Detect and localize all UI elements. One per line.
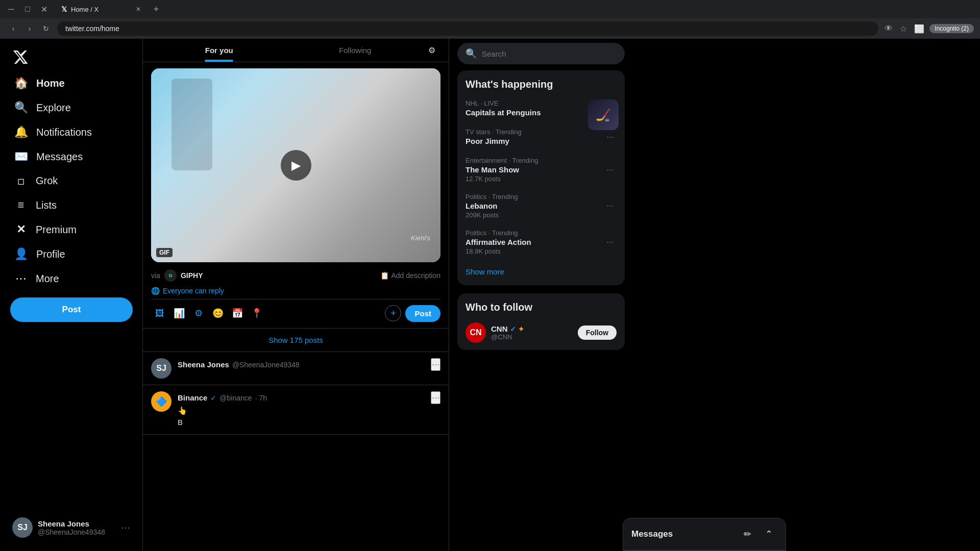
sidebar-item-profile[interactable]: 👤 Profile bbox=[6, 242, 136, 266]
user-more-icon[interactable]: ⋯ bbox=[121, 522, 130, 533]
maximize-button[interactable]: □ bbox=[20, 2, 35, 16]
reply-setting[interactable]: 🌐 Everyone can reply bbox=[151, 285, 440, 299]
main-nav: 🏠 Home 🔍 Explore 🔔 Notifications ✉️ Mess… bbox=[6, 71, 136, 291]
tweet-2-more-button[interactable]: ··· bbox=[431, 391, 440, 404]
schedule-button[interactable]: 📅 bbox=[229, 305, 246, 322]
emoji-button[interactable]: 😊 bbox=[209, 305, 227, 322]
add-description-button[interactable]: 📋 Add description bbox=[380, 271, 440, 280]
tab-following[interactable]: Following bbox=[287, 39, 424, 62]
trending-nhl-category: NHL · LIVE bbox=[465, 99, 582, 107]
main-feed: For you Following ⚙ ▶ Kiehl's GIF bbox=[143, 39, 449, 551]
extension-icon[interactable]: ⬜ bbox=[912, 22, 926, 36]
nav-buttons: ‹ › ↻ bbox=[6, 21, 53, 36]
tweet-2-body: Binance ✓ @binance · 7h ··· 👆B bbox=[178, 391, 440, 428]
play-button[interactable]: ▶ bbox=[281, 150, 311, 181]
post-submit-button[interactable]: Post bbox=[405, 305, 440, 322]
gif-video[interactable]: ▶ Kiehl's GIF bbox=[151, 68, 440, 262]
trending-ms-posts: 12.7K posts bbox=[465, 175, 599, 183]
active-tab[interactable]: 𝕏 Home / X ✕ bbox=[55, 1, 147, 17]
sidebar-item-more[interactable]: ⋯ More bbox=[6, 267, 136, 290]
trending-item-lebanon[interactable]: Politics · Trending Lebanon 209K posts ·… bbox=[457, 188, 625, 224]
feed-settings-button[interactable]: ⚙ bbox=[423, 40, 440, 60]
user-handle: @SheenaJone49348 bbox=[38, 528, 116, 536]
cnn-info: CNN ✓ ✦ @CNN bbox=[491, 324, 573, 341]
grok-icon: ◻ bbox=[14, 174, 28, 187]
back-button[interactable]: ‹ bbox=[6, 21, 20, 36]
tweet-2-handle: @binance bbox=[219, 394, 252, 402]
gif-button[interactable]: 📊 bbox=[170, 305, 188, 322]
user-profile-row[interactable]: SJ Sheena Jones @SheenaJone49348 ⋯ bbox=[6, 512, 136, 543]
tweet-2-header: Binance ✓ @binance · 7h ··· bbox=[178, 391, 440, 404]
tweet-2-verified-icon: ✓ bbox=[210, 394, 216, 402]
home-icon: 🏠 bbox=[14, 77, 28, 90]
who-to-follow-section: Who to follow CN CNN ✓ ✦ @CNN Follow bbox=[457, 293, 625, 350]
app-container: 🏠 Home 🔍 Explore 🔔 Notifications ✉️ Mess… bbox=[0, 39, 980, 551]
trending-aa-category: Politics · Trending bbox=[465, 229, 599, 237]
eye-off-icon[interactable]: 👁 bbox=[883, 22, 895, 35]
poll-button[interactable]: ⚙ bbox=[190, 305, 207, 322]
search-input[interactable] bbox=[482, 49, 617, 58]
star-icon[interactable]: ☆ bbox=[898, 22, 909, 36]
sidebar-item-premium[interactable]: ✕ Premium bbox=[6, 218, 136, 241]
trending-item-nhl[interactable]: NHL · LIVE Capitals at Penguins 🏒 bbox=[457, 94, 625, 123]
sidebar-item-explore[interactable]: 🔍 Explore bbox=[6, 96, 136, 119]
follow-item-cnn[interactable]: CN CNN ✓ ✦ @CNN Follow bbox=[457, 317, 625, 348]
tab-for-you[interactable]: For you bbox=[151, 39, 287, 62]
premium-icon: ✕ bbox=[14, 223, 28, 236]
search-icon: 🔍 bbox=[465, 48, 477, 59]
messages-panel-header: Messages ✏ ⌃ bbox=[623, 518, 786, 550]
location-button[interactable]: 📍 bbox=[248, 305, 265, 322]
refresh-button[interactable]: ↻ bbox=[39, 21, 53, 36]
home-label: Home bbox=[36, 78, 65, 89]
sidebar-item-home[interactable]: 🏠 Home bbox=[6, 71, 136, 95]
messages-panel-title: Messages bbox=[631, 529, 739, 539]
messages-collapse-button[interactable]: ⌃ bbox=[760, 525, 777, 543]
close-button[interactable]: ✕ bbox=[37, 2, 51, 16]
incognito-badge[interactable]: Incognito (2) bbox=[929, 24, 974, 33]
tab-close-button[interactable]: ✕ bbox=[136, 6, 141, 13]
trending-lb-category: Politics · Trending bbox=[465, 193, 599, 201]
sidebar-logo[interactable] bbox=[6, 43, 136, 69]
trending-item-poor-jimmy[interactable]: TV stars · Trending Poor Jimmy ··· bbox=[457, 123, 625, 152]
tweet-1-body: Sheena Jones @SheenaJone49348 ··· bbox=[178, 358, 440, 379]
search-input-wrap[interactable]: 🔍 bbox=[457, 43, 625, 64]
sidebar-item-lists[interactable]: ≡ Lists bbox=[6, 193, 136, 217]
trending-lb-more-button[interactable]: ··· bbox=[601, 197, 619, 215]
messages-compose-button[interactable]: ✏ bbox=[739, 525, 756, 543]
window-controls[interactable]: ─ □ ✕ bbox=[4, 2, 51, 16]
gif-container: ▶ Kiehl's GIF bbox=[151, 68, 440, 262]
explore-label: Explore bbox=[36, 102, 71, 114]
image-upload-button[interactable]: 🖼 bbox=[151, 305, 168, 322]
tweet-1[interactable]: SJ Sheena Jones @SheenaJone49348 ··· bbox=[143, 352, 449, 385]
tweet-2-text: 👆B bbox=[178, 405, 440, 428]
premium-label: Premium bbox=[36, 224, 77, 236]
sidebar: 🏠 Home 🔍 Explore 🔔 Notifications ✉️ Mess… bbox=[0, 39, 143, 551]
cnn-avatar: CN bbox=[465, 322, 486, 343]
trending-item-man-show[interactable]: Entertainment · Trending The Man Show 12… bbox=[457, 152, 625, 188]
show-more-link[interactable]: Show more bbox=[457, 260, 625, 283]
forward-button[interactable]: › bbox=[22, 21, 37, 36]
minimize-button[interactable]: ─ bbox=[4, 2, 18, 16]
trending-ms-more-button[interactable]: ··· bbox=[601, 161, 619, 179]
cnn-gold-badge: ✦ bbox=[518, 325, 524, 333]
tweet-1-more-button[interactable]: ··· bbox=[431, 358, 440, 371]
show-posts-bar[interactable]: Show 175 posts bbox=[143, 329, 449, 352]
post-button[interactable]: Post bbox=[10, 297, 133, 322]
tweet-1-name: Sheena Jones bbox=[178, 360, 229, 369]
tweet-1-header: Sheena Jones @SheenaJone49348 ··· bbox=[178, 358, 440, 371]
messages-label: Messages bbox=[36, 151, 83, 163]
cnn-name: CNN ✓ ✦ bbox=[491, 324, 573, 333]
new-tab-button[interactable]: + bbox=[149, 2, 163, 16]
gif-badge: GIF bbox=[156, 248, 173, 257]
who-to-follow-title: Who to follow bbox=[457, 295, 625, 317]
trending-item-affirmative[interactable]: Politics · Trending Affirmative Action 1… bbox=[457, 224, 625, 260]
sidebar-item-grok[interactable]: ◻ Grok bbox=[6, 169, 136, 192]
address-input[interactable] bbox=[57, 21, 878, 36]
trending-pj-more-button[interactable]: ··· bbox=[601, 129, 619, 146]
follow-cnn-button[interactable]: Follow bbox=[578, 325, 617, 340]
tweet-2[interactable]: 🔷 Binance ✓ @binance · 7h ··· 👆B bbox=[143, 385, 449, 435]
sidebar-item-notifications[interactable]: 🔔 Notifications bbox=[6, 120, 136, 144]
add-more-button[interactable]: + bbox=[385, 305, 401, 321]
trending-aa-more-button[interactable]: ··· bbox=[601, 234, 619, 251]
sidebar-item-messages[interactable]: ✉️ Messages bbox=[6, 145, 136, 168]
